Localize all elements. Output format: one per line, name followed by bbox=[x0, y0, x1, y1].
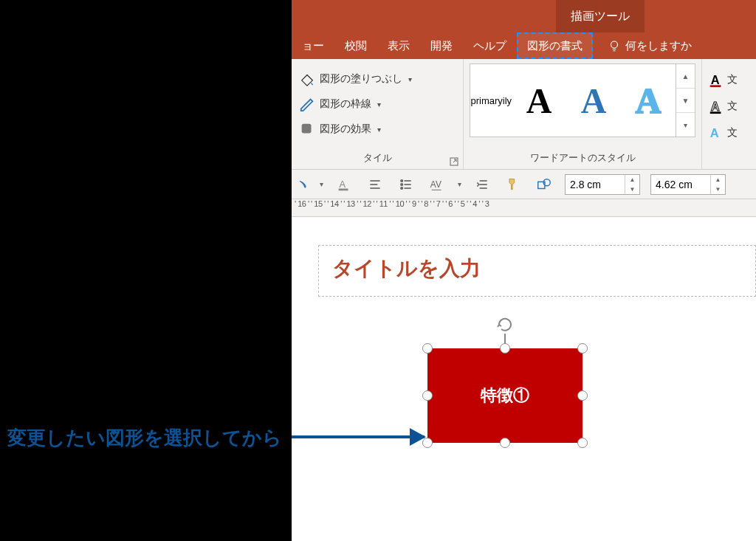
tell-me-search[interactable]: 何をしますか bbox=[608, 39, 692, 53]
tab-shape-format[interactable]: 図形の書式 bbox=[517, 32, 593, 59]
quick-item-fragment: ヽ bbox=[296, 176, 309, 193]
wordart-gallery[interactable]: primaryily A A A ▲ ▼ ▾ bbox=[470, 63, 695, 137]
text-options-group-label bbox=[708, 151, 750, 169]
chevron-down-icon: ▾ bbox=[377, 125, 381, 134]
selected-shape[interactable]: 特徴① bbox=[427, 348, 583, 443]
shape-effects-dropdown[interactable]: 図形の効果 ▾ bbox=[298, 117, 381, 142]
resize-handle-ne[interactable] bbox=[577, 343, 588, 354]
horizontal-ruler: ' 16 ' ' 15 ' ' 14 ' ' 13 ' ' 12 ' ' 11 … bbox=[292, 199, 756, 217]
text-effects-label: 文 bbox=[727, 126, 738, 139]
paint-bucket-icon bbox=[299, 72, 315, 86]
svg-point-13 bbox=[401, 179, 403, 182]
resize-handle-e[interactable] bbox=[577, 390, 588, 401]
chevron-down-icon[interactable]: ▾ bbox=[458, 180, 461, 188]
spinner-down-icon[interactable]: ▼ bbox=[711, 185, 725, 194]
resize-handle-se[interactable] bbox=[577, 438, 588, 448]
shape-fill-dropdown[interactable]: 図形の塗りつぶし ▾ bbox=[298, 66, 412, 92]
wordart-preset-1[interactable]: A bbox=[512, 80, 566, 121]
quick-toolbar: ヽ ▾ A AV ▾ ▲ ▼ bbox=[292, 170, 756, 199]
shape-height-field[interactable] bbox=[566, 175, 625, 194]
svg-text:AV: AV bbox=[430, 179, 441, 189]
tab-developer[interactable]: 開発 bbox=[420, 32, 463, 59]
ribbon: 図形の塗りつぶし ▾ 図形の枠線 ▾ 図形の効果 ▾ bbox=[292, 59, 756, 170]
gallery-scroll: ▲ ▼ ▾ bbox=[676, 64, 695, 137]
gallery-scroll-down[interactable]: ▼ bbox=[676, 89, 695, 113]
svg-rect-1 bbox=[302, 124, 312, 134]
powerpoint-window: 描画ツール ョー 校閲 表示 開発 ヘルプ 図形の書式 何をしますか bbox=[292, 0, 756, 541]
annotation-callout: 変更したい図形を選択してから bbox=[7, 425, 282, 451]
shape-insert-button[interactable] bbox=[534, 174, 554, 195]
shape-rectangle[interactable]: 特徴① bbox=[427, 348, 583, 443]
wordart-preset-2[interactable]: A bbox=[566, 80, 621, 121]
dialog-launcher-icon[interactable] bbox=[448, 156, 460, 168]
tab-help[interactable]: ヘルプ bbox=[463, 32, 517, 59]
ribbon-group-wordart-styles: primaryily A A A ▲ ▼ ▾ ワードアートのスタイル bbox=[464, 59, 702, 169]
resize-handle-n[interactable] bbox=[500, 343, 510, 354]
svg-point-17 bbox=[401, 187, 403, 189]
text-outline-icon: A bbox=[708, 99, 724, 114]
shape-text: 特徴① bbox=[481, 385, 529, 407]
character-spacing-button[interactable]: AV bbox=[427, 174, 447, 195]
lightbulb-icon bbox=[608, 39, 621, 52]
align-button[interactable] bbox=[365, 174, 385, 195]
resize-handle-nw[interactable] bbox=[422, 343, 433, 354]
context-tab-drawing-tools[interactable]: 描画ツール bbox=[556, 0, 645, 32]
chevron-down-icon: ▾ bbox=[408, 75, 412, 83]
text-fill-label: 文 bbox=[727, 73, 738, 86]
left-black-region bbox=[0, 0, 292, 541]
text-outline-label: 文 bbox=[727, 100, 738, 113]
chevron-down-icon: ▾ bbox=[377, 100, 381, 108]
indent-button[interactable] bbox=[472, 174, 492, 195]
tell-me-label: 何をしますか bbox=[625, 39, 692, 53]
rotate-handle-icon[interactable] bbox=[496, 316, 514, 334]
text-fill-icon: A bbox=[708, 72, 724, 87]
svg-text:A: A bbox=[711, 73, 720, 86]
tab-slideshow[interactable]: ョー bbox=[292, 32, 334, 59]
spinner-up-icon[interactable]: ▲ bbox=[625, 175, 639, 185]
tab-review[interactable]: 校閲 bbox=[334, 32, 377, 59]
annotation-arrow-icon bbox=[292, 435, 425, 438]
spinner-down-icon[interactable]: ▼ bbox=[625, 185, 639, 194]
text-outline-dropdown[interactable]: A 文 bbox=[708, 94, 738, 118]
format-painter-button[interactable] bbox=[503, 174, 523, 195]
resize-handle-s[interactable] bbox=[500, 438, 510, 448]
tab-view[interactable]: 表示 bbox=[377, 32, 420, 59]
slide-canvas[interactable]: タイトルを入力 特徴① bbox=[292, 217, 756, 541]
wordart-preset-3[interactable]: A bbox=[621, 80, 676, 121]
wordart-group-label: ワードアートのスタイル bbox=[470, 151, 695, 169]
resize-handle-w[interactable] bbox=[422, 390, 433, 401]
text-fill-dropdown[interactable]: A 文 bbox=[708, 68, 738, 92]
ribbon-group-text-options: A 文 A 文 A 文 bbox=[702, 59, 756, 169]
svg-rect-9 bbox=[339, 188, 348, 190]
svg-point-0 bbox=[611, 41, 618, 48]
shape-outline-label: 図形の枠線 bbox=[320, 97, 371, 111]
svg-rect-6 bbox=[710, 111, 721, 114]
pen-icon bbox=[299, 97, 315, 111]
text-effects-icon: A bbox=[708, 125, 724, 140]
gallery-scroll-up[interactable]: ▲ bbox=[676, 64, 695, 89]
shape-styles-label-tail: タイル bbox=[363, 152, 392, 163]
svg-text:A: A bbox=[710, 126, 719, 139]
text-effects-dropdown[interactable]: A 文 bbox=[708, 121, 738, 145]
list-button[interactable] bbox=[396, 174, 416, 195]
shape-fill-label: 図形の塗りつぶし bbox=[320, 72, 402, 86]
title-placeholder[interactable]: タイトルを入力 bbox=[318, 245, 756, 297]
svg-rect-4 bbox=[710, 85, 721, 87]
shape-styles-group-label: タイル bbox=[298, 151, 457, 169]
shape-width-field[interactable] bbox=[651, 175, 710, 194]
shape-width-input[interactable]: ▲ ▼ bbox=[650, 174, 726, 195]
shape-outline-dropdown[interactable]: 図形の枠線 ▾ bbox=[298, 92, 381, 117]
spinner-up-icon[interactable]: ▲ bbox=[711, 175, 725, 185]
svg-text:A: A bbox=[711, 100, 720, 113]
shape-height-input[interactable]: ▲ ▼ bbox=[565, 174, 640, 195]
svg-text:A: A bbox=[340, 178, 346, 189]
title-bar: 描画ツール bbox=[292, 0, 756, 32]
effects-icon bbox=[299, 122, 315, 137]
svg-point-15 bbox=[401, 183, 403, 185]
chevron-down-icon[interactable]: ▾ bbox=[320, 180, 323, 188]
ribbon-group-shape-styles: 図形の塗りつぶし ▾ 図形の枠線 ▾ 図形の効果 ▾ bbox=[292, 59, 464, 169]
ribbon-tab-row: ョー 校閲 表示 開発 ヘルプ 図形の書式 何をしますか bbox=[292, 32, 756, 59]
gallery-more[interactable]: ▾ bbox=[676, 113, 695, 137]
shape-effects-label: 図形の効果 bbox=[320, 123, 371, 136]
font-color-button[interactable]: A bbox=[334, 174, 354, 195]
